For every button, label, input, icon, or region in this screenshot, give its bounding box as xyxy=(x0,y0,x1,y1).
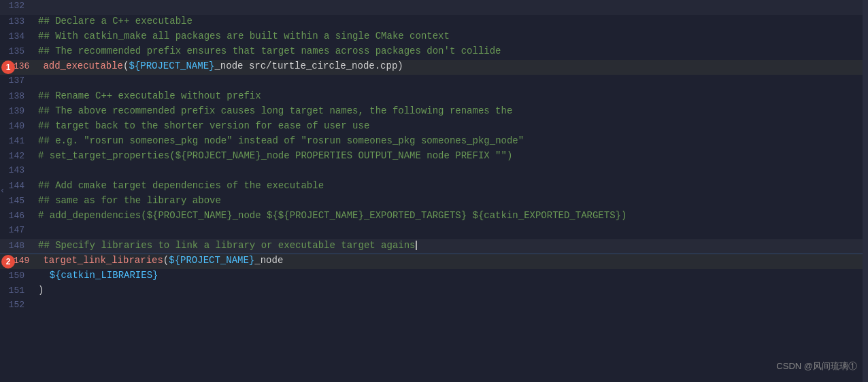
line-content: ## Add cmake target dependencies of the … xyxy=(35,180,868,191)
table-row: 135 ## The recommended prefix ensures th… xyxy=(0,45,868,60)
table-row: 147 xyxy=(0,224,868,239)
line-content: # add_dependencies(${PROJECT_NAME}_node … xyxy=(35,210,868,221)
watermark: CSDN @风间琉璃① xyxy=(776,360,857,372)
badge-2: 2 xyxy=(1,255,15,268)
line-content: target_link_libraries(${PROJECT_NAME}_no… xyxy=(40,255,868,266)
line-content: ## Specify libraries to link a library o… xyxy=(35,240,868,251)
line-content: ## same as for the library above xyxy=(35,195,868,206)
badge-1: 1 xyxy=(1,60,15,74)
table-row: 143 xyxy=(0,164,868,179)
code-editor: ‹ 132 133 ## Declare a C++ executable 13… xyxy=(0,0,868,382)
table-row: 145 ## same as for the library above xyxy=(0,194,868,209)
table-row: 152 xyxy=(0,299,868,314)
table-row: 2 149 target_link_libraries(${PROJECT_NA… xyxy=(0,254,868,269)
line-number: 147 xyxy=(0,225,35,235)
line-content: add_executable(${PROJECT_NAME}_node src/… xyxy=(40,60,868,71)
line-content: ${catkin_LIBRARIES} xyxy=(35,270,868,281)
line-content: ) xyxy=(35,285,868,296)
table-row: 146 # add_dependencies(${PROJECT_NAME}_n… xyxy=(0,209,868,224)
table-row: 137 xyxy=(0,75,868,90)
table-row: 151 ) xyxy=(0,284,868,299)
table-row: 144 ## Add cmake target dependencies of … xyxy=(0,179,868,194)
line-number: 132 xyxy=(0,1,35,11)
line-number: 142 xyxy=(0,151,35,161)
table-row: 140 ## target back to the shorter versio… xyxy=(0,120,868,135)
table-row: 150 ${catkin_LIBRARIES} xyxy=(0,269,868,284)
line-number: 134 xyxy=(0,31,35,41)
line-number: 138 xyxy=(0,91,35,101)
line-content: ## target back to the shorter version fo… xyxy=(35,120,868,131)
table-row: 139 ## The above recommended prefix caus… xyxy=(0,105,868,120)
table-row: 134 ## With catkin_make all packages are… xyxy=(0,30,868,45)
table-row: 132 xyxy=(0,0,868,15)
line-number: 152 xyxy=(0,300,35,310)
line-number: 143 xyxy=(0,165,35,175)
line-content: ## With catkin_make all packages are bui… xyxy=(35,31,868,41)
line-number: 150 xyxy=(0,271,35,281)
line-content: # set_target_properties(${PROJECT_NAME}_… xyxy=(35,150,868,161)
line-content: ## The recommended prefix ensures that t… xyxy=(35,46,868,56)
line-number: 139 xyxy=(0,106,35,116)
line-content: ## Rename C++ executable without prefix xyxy=(35,90,868,101)
table-row: 142 # set_target_properties(${PROJECT_NA… xyxy=(0,150,868,164)
line-number: 148 xyxy=(0,241,35,251)
table-row: 138 ## Rename C++ executable without pre… xyxy=(0,90,868,105)
line-number: 151 xyxy=(0,285,35,296)
line-content: ## Declare a C++ executable xyxy=(35,16,868,27)
line-content: ## e.g. "rosrun someones_pkg node" inste… xyxy=(35,135,868,146)
table-row: 148 ## Specify libraries to link a libra… xyxy=(0,239,868,254)
line-number: 145 xyxy=(0,196,35,206)
table-row: 1 136 add_executable(${PROJECT_NAME}_nod… xyxy=(0,60,868,75)
line-number: 141 xyxy=(0,136,35,146)
code-lines: 132 133 ## Declare a C++ executable 134 … xyxy=(0,0,868,314)
line-number: 135 xyxy=(0,46,35,56)
table-row: 141 ## e.g. "rosrun someones_pkg node" i… xyxy=(0,135,868,150)
line-number: 144 xyxy=(0,181,35,191)
line-content: ## The above recommended prefix causes l… xyxy=(35,105,868,116)
line-number: 137 xyxy=(0,75,35,86)
line-number: 140 xyxy=(0,121,35,131)
scrollbar[interactable] xyxy=(863,0,868,382)
line-number: 133 xyxy=(0,16,35,27)
table-row: 133 ## Declare a C++ executable xyxy=(0,15,868,30)
line-number: 146 xyxy=(0,211,35,221)
